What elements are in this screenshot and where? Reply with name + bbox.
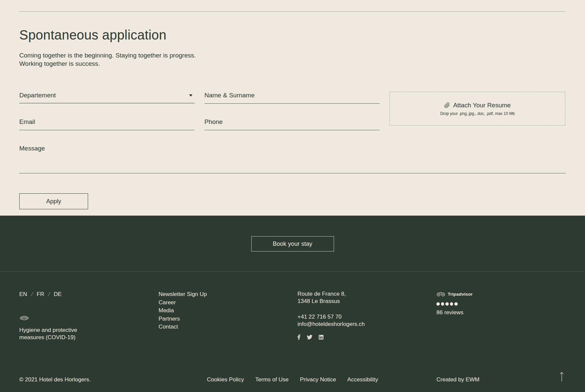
phone-link[interactable]: +41 22 716 57 70 <box>297 313 436 321</box>
accessibility-link[interactable]: Accessibility <box>347 376 378 383</box>
footer-section: Book your stay EN / FR / DE <box>0 216 585 392</box>
tripadvisor-wordmark: Tripadvisor <box>448 290 473 298</box>
contact-lines: +41 22 716 57 70 info@hoteldeshorlogers.… <box>297 313 436 328</box>
application-subtitle: Coming together is the beginning. Stayin… <box>19 51 200 68</box>
email-input[interactable] <box>19 118 194 130</box>
rating-dot <box>454 302 458 306</box>
resume-main: Attach Your Resume <box>444 102 511 109</box>
lang-en[interactable]: EN <box>19 290 27 298</box>
copyright: © 2021 Hotel des Horlogers. <box>19 376 91 383</box>
footer-col-links: Newsletter Sign Up Career Media Partners… <box>159 290 297 341</box>
covid-measures-link[interactable]: Hygiene and protective measures (COVID-1… <box>19 327 96 341</box>
departement-select-label: Departement <box>19 92 56 99</box>
page-title: Spontaneous application <box>19 28 566 43</box>
lang-de[interactable]: DE <box>54 290 62 298</box>
created-by-credit: Created by EWM <box>436 376 479 383</box>
paperclip-icon <box>444 102 450 108</box>
footer-col-contact: Route de France 8, 1348 Le Brassus +41 2… <box>297 290 436 341</box>
message-field-wrap <box>19 145 566 175</box>
tripadvisor-owl-icon <box>436 292 445 297</box>
twitter-icon[interactable] <box>307 335 312 340</box>
lang-separator: / <box>48 290 51 298</box>
phone-input[interactable] <box>204 118 380 130</box>
page: Spontaneous application Coming together … <box>0 11 585 392</box>
footer-link-newsletter[interactable]: Newsletter Sign Up <box>159 290 297 298</box>
tripadvisor-brand[interactable]: Tripadvisor <box>436 290 566 298</box>
lang-separator: / <box>30 290 33 298</box>
resume-label: Attach Your Resume <box>453 102 511 109</box>
arrow-up-icon[interactable] <box>560 372 564 382</box>
apply-button[interactable]: Apply <box>19 193 88 209</box>
application-section: Spontaneous application Coming together … <box>0 11 585 216</box>
departement-select[interactable]: Departement <box>19 92 194 103</box>
cookies-policy-link[interactable]: Cookies Policy <box>207 376 244 383</box>
language-switcher: EN / FR / DE <box>19 290 159 298</box>
rating-dot <box>436 302 440 306</box>
footer-grid: EN / FR / DE Hygiene and protective me <box>0 272 585 341</box>
address-line1: Route de France 8, <box>297 290 436 298</box>
email-link[interactable]: info@hoteldeshorlogers.ch <box>297 321 436 328</box>
footer-link-media[interactable]: Media <box>159 307 297 315</box>
footer-link-partners[interactable]: Partners <box>159 315 297 323</box>
privacy-notice-link[interactable]: Privacy Notice <box>300 376 336 383</box>
face-mask-icon <box>19 315 159 322</box>
tripadvisor-reviews-link[interactable]: 86 reviews <box>436 309 566 316</box>
rating-dot <box>450 302 453 306</box>
message-input[interactable] <box>19 145 566 173</box>
top-divider <box>19 11 566 12</box>
social-row <box>297 335 436 340</box>
footer-col-languages: EN / FR / DE Hygiene and protective me <box>19 290 159 341</box>
email-field-wrap <box>19 118 194 130</box>
rating-dot <box>441 302 444 306</box>
cta-row: Book your stay <box>0 216 585 251</box>
terms-of-use-link[interactable]: Terms of Use <box>255 376 289 383</box>
name-field-wrap <box>204 92 380 104</box>
footer-link-career[interactable]: Career <box>159 299 297 307</box>
footer-col-tripadvisor: Tripadvisor 86 reviews <box>436 290 566 341</box>
departement-field-wrap: Departement <box>19 92 194 103</box>
resume-dropzone[interactable]: Attach Your Resume Drop your .png,.jpg.,… <box>390 92 565 126</box>
address: Route de France 8, 1348 Le Brassus <box>297 290 436 305</box>
facebook-icon[interactable] <box>297 335 300 340</box>
rating-dot <box>445 302 449 306</box>
name-input[interactable] <box>204 92 380 104</box>
resume-hint: Drop your .png,.jpg., doc, .pdf, max 10 … <box>440 111 515 116</box>
lang-fr[interactable]: FR <box>37 290 44 298</box>
linkedin-icon[interactable] <box>319 335 323 340</box>
footer-link-contact[interactable]: Contact <box>159 323 297 331</box>
application-form: Departement Attach Your Resume Drop your… <box>19 92 566 145</box>
chevron-down-icon <box>189 94 192 97</box>
phone-field-wrap <box>204 118 380 130</box>
tripadvisor-rating <box>436 302 566 306</box>
address-line2: 1348 Le Brassus <box>297 298 436 305</box>
footer-bottom-row: © 2021 Hotel des Horlogers. Cookies Poli… <box>0 376 585 384</box>
legal-links: Cookies Policy Terms of Use Privacy Noti… <box>207 376 378 383</box>
book-your-stay-button[interactable]: Book your stay <box>251 236 334 251</box>
